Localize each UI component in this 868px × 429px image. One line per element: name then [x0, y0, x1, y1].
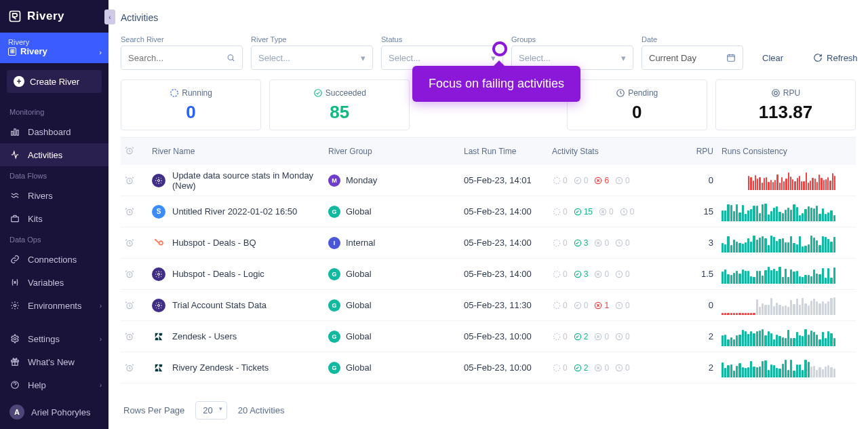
svg-point-38	[553, 271, 559, 277]
group-icon: G	[328, 268, 340, 280]
sidebar-item-environments[interactable]: Environments ›	[0, 294, 108, 317]
svg-point-16	[774, 92, 777, 95]
sidebar-item-dashboard[interactable]: Dashboard	[0, 120, 108, 143]
activity-stats: 0200	[548, 332, 670, 341]
last-run-time: 05-Feb-23, 14:00	[460, 238, 548, 248]
running-count: 0	[552, 301, 568, 310]
stat-pending[interactable]: Pending 0	[567, 79, 707, 130]
rpu-value: 1.5	[670, 269, 717, 279]
rpu-value: 2	[670, 331, 717, 341]
stat-running[interactable]: Running 0	[121, 79, 261, 130]
succeeded-count: 3	[573, 238, 589, 248]
activities-count: 20 Activities	[238, 405, 285, 415]
river-name: Trial Account Stats Data	[172, 300, 267, 310]
failed-count: 0	[593, 269, 609, 279]
svg-point-30	[159, 241, 163, 244]
failed-count: 0	[593, 332, 609, 341]
search-input-wrapper[interactable]	[121, 45, 243, 70]
nav-heading-dataops: Data Ops	[0, 230, 108, 248]
brand-logo[interactable]: Rivery	[0, 0, 108, 33]
runs-sparkline	[717, 265, 840, 284]
table-row[interactable]: Hubspot - Deals - BQIInternal05-Feb-23, …	[121, 227, 856, 259]
svg-rect-4	[12, 217, 19, 222]
sidebar-item-rivers[interactable]: Rivers	[0, 184, 108, 207]
river-group: Internal	[346, 238, 375, 248]
runs-sparkline	[717, 202, 840, 221]
table-row[interactable]: Rivery Zendesk - TicketsGGlobal05-Feb-23…	[121, 352, 856, 384]
failed-count: 6	[593, 176, 609, 185]
svg-point-12	[171, 90, 178, 97]
river-group: Monday	[346, 175, 377, 185]
chevron-right-icon: ›	[100, 302, 102, 310]
activity-stats: 01500	[548, 207, 670, 217]
running-icon	[170, 88, 179, 98]
nav-heading-dataflows: Data Flows	[0, 166, 108, 184]
pending-count: 0	[619, 207, 635, 217]
sidebar-item-whatsnew[interactable]: What's New	[0, 350, 108, 373]
create-river-button[interactable]: + Create River	[7, 70, 102, 93]
table-row[interactable]: SUntitled River 2022-01-02 16:50GGlobal0…	[121, 196, 856, 227]
refresh-button[interactable]: Refresh	[802, 45, 868, 70]
river-name: Rivery Zendesk - Tickets	[172, 362, 269, 373]
main-content: Activities Search River River Type Selec…	[108, 0, 868, 429]
river-name: Zendesk - Users	[172, 331, 237, 341]
clear-button[interactable]: Clear	[751, 45, 794, 70]
svg-point-44	[553, 302, 559, 308]
date-select[interactable]: Current Day	[642, 45, 743, 70]
sidebar-collapse-button[interactable]: ‹	[104, 10, 115, 24]
sidebar-item-variables[interactable]: Variables	[0, 271, 108, 294]
activity-stats: 0060	[548, 176, 670, 185]
svg-point-13	[315, 90, 322, 97]
svg-rect-3	[17, 130, 18, 136]
pending-count: 0	[614, 332, 630, 341]
dashboard-icon	[9, 126, 20, 137]
search-input[interactable]	[128, 53, 226, 63]
table-footer: Rows Per Page 20 20 Activities	[121, 392, 856, 422]
date-label: Date	[642, 35, 743, 43]
sidebar-item-help[interactable]: Help ›	[0, 373, 108, 396]
stats-row: Running 0 Succeeded 85 Pending 0 RPU 113…	[121, 79, 856, 130]
activities-table: River Name River Group Last Run Time Act…	[121, 137, 856, 392]
workspace-breadcrumb[interactable]: Rivery ⊞ Rivery ›	[0, 33, 108, 63]
gift-icon	[9, 356, 20, 367]
rows-per-page-select[interactable]: 20	[195, 401, 226, 419]
group-icon: G	[328, 331, 340, 343]
river-type-select[interactable]: Select...▾	[251, 45, 373, 70]
failed-count: 0	[593, 238, 609, 248]
river-name: Untitled River 2022-01-02 16:50	[172, 206, 297, 217]
last-run-time: 05-Feb-23, 14:00	[460, 269, 548, 279]
river-group: Global	[346, 206, 372, 217]
clock-icon	[616, 88, 625, 98]
failed-count: 1	[593, 301, 609, 310]
sidebar-item-kits[interactable]: Kits	[0, 207, 108, 230]
succeeded-count: 0	[573, 176, 589, 185]
stat-rpu[interactable]: RPU 113.87	[715, 79, 856, 130]
table-row[interactable]: Update data source stats in Monday (New)…	[121, 165, 856, 196]
user-profile[interactable]: A Ariel Pohoryles	[0, 396, 108, 429]
runs-sparkline	[717, 234, 840, 253]
highlight-ring-icon	[492, 41, 507, 56]
last-run-time: 05-Feb-23, 10:00	[460, 362, 548, 373]
pending-count: 0	[614, 176, 630, 185]
river-group: Global	[346, 331, 372, 341]
running-count: 0	[552, 269, 568, 279]
succeeded-count: 2	[573, 363, 589, 373]
alarm-icon	[125, 363, 134, 373]
activity-stats: 0300	[548, 269, 670, 279]
stat-succeeded[interactable]: Succeeded 85	[269, 79, 410, 130]
svg-point-5	[14, 304, 16, 307]
sidebar-item-connections[interactable]: Connections	[0, 248, 108, 271]
sidebar-item-settings[interactable]: Settings ›	[0, 327, 108, 350]
brand-name: Rivery	[27, 10, 64, 23]
avatar: A	[9, 405, 24, 419]
table-row[interactable]: Hubspot - Deals - LogicGGlobal05-Feb-23,…	[121, 259, 856, 290]
activities-icon	[9, 149, 20, 160]
group-icon: I	[328, 237, 340, 249]
last-run-time: 05-Feb-23, 10:00	[460, 331, 548, 341]
table-row[interactable]: Trial Account Stats DataGGlobal05-Feb-23…	[121, 290, 856, 321]
svg-point-10	[228, 55, 233, 60]
sidebar-item-activities[interactable]: Activities	[0, 143, 108, 166]
rpu-value: 15	[670, 206, 717, 217]
pending-count: 0	[614, 363, 630, 373]
table-row[interactable]: Zendesk - UsersGGlobal05-Feb-23, 10:0002…	[121, 321, 856, 352]
